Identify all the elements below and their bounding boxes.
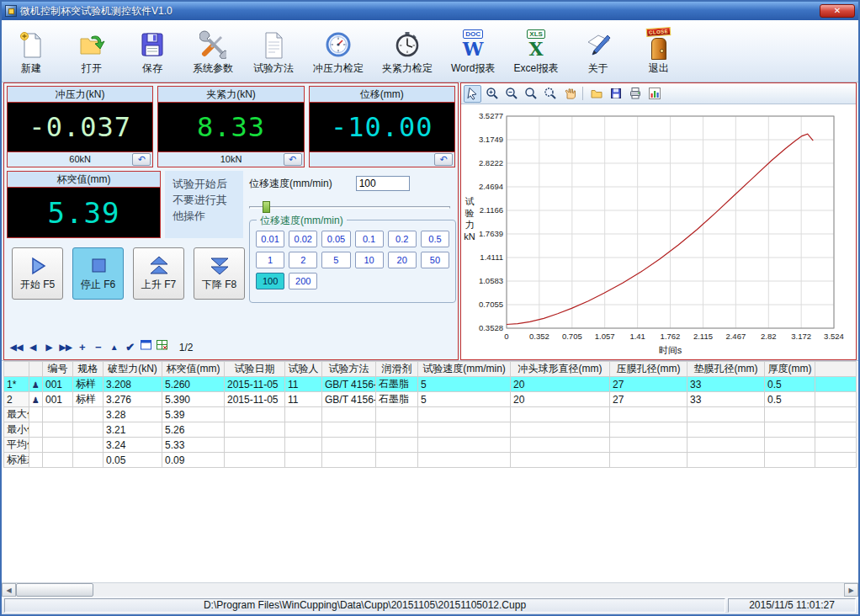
speed-option-200[interactable]: 200 <box>289 273 317 289</box>
speed-option-0.02[interactable]: 0.02 <box>289 231 317 247</box>
pan-hand-button[interactable] <box>560 85 578 103</box>
table-cell[interactable]: 5.390 <box>162 392 225 407</box>
horizontal-scrollbar[interactable]: ◀ ▶ <box>2 582 858 597</box>
results-table: 编号规格破型力(kN)杯突值(mm)试验日期试验人试验方法润滑剂试验速度(mm/… <box>3 361 857 468</box>
app-icon <box>5 5 17 17</box>
close-button[interactable]: ✕ <box>820 4 855 18</box>
table-row[interactable]: 2♟001标样3.2765.3902015-11-0511GB/T 4156-石… <box>4 392 857 407</box>
table-cell[interactable]: GB/T 4156- <box>322 392 376 407</box>
toolbar-label: 试验方法 <box>253 61 294 76</box>
table-cell[interactable]: 001 <box>43 392 73 407</box>
toolbar-clamp-calibration-button[interactable]: 夹紧力检定 <box>379 24 436 77</box>
table-cell[interactable]: 5.260 <box>162 377 225 392</box>
cupping-value-display: 杯突值(mm) 5.39 <box>7 171 161 238</box>
window-view-button[interactable] <box>139 340 154 355</box>
edit-record-button[interactable]: ▲ <box>107 340 122 355</box>
toolbar-exit-button[interactable]: CLOSE 退出 <box>634 24 683 77</box>
punch-zero-button[interactable]: ↶ <box>132 153 151 166</box>
speed-input[interactable] <box>356 176 410 191</box>
table-cell[interactable]: 0.5 <box>765 377 815 392</box>
table-cell[interactable]: 20 <box>511 377 610 392</box>
table-cell[interactable]: 11 <box>285 377 322 392</box>
zoom-reset-button[interactable] <box>541 85 559 103</box>
add-record-button[interactable]: + <box>75 340 90 355</box>
toolbar-new-button[interactable]: 新建 <box>7 24 56 77</box>
table-cell[interactable]: 11 <box>285 392 322 407</box>
table-cell[interactable]: 2015-11-05 <box>225 392 285 407</box>
clamp-zero-button[interactable]: ↶ <box>284 153 302 166</box>
svg-text:时间s: 时间s <box>659 345 682 355</box>
toolbar-word-report-button[interactable]: DOCW Word报表 <box>448 24 498 77</box>
toolbar-save-button[interactable]: 保存 <box>128 24 177 77</box>
next-record-button[interactable]: ▶ <box>41 340 56 355</box>
speed-option-5[interactable]: 5 <box>321 252 350 268</box>
displacement-zero-button[interactable]: ↶ <box>434 153 453 166</box>
speed-option-10[interactable]: 10 <box>355 252 384 268</box>
open-curve-button[interactable] <box>587 85 605 103</box>
zoom-out-button[interactable] <box>502 85 520 103</box>
speed-option-2[interactable]: 2 <box>289 252 317 268</box>
speed-option-0.01[interactable]: 0.01 <box>256 231 284 247</box>
zoom-window-button[interactable] <box>522 85 539 103</box>
up-button[interactable]: 上升 F7 <box>133 247 184 300</box>
new-document-icon <box>17 29 45 60</box>
table-cell[interactable]: GB/T 4156- <box>322 377 376 392</box>
speed-option-20[interactable]: 20 <box>388 252 417 268</box>
first-record-button[interactable]: ◀◀ <box>8 340 24 355</box>
speed-option-0.1[interactable]: 0.1 <box>355 231 384 247</box>
zoom-in-button[interactable] <box>483 85 501 103</box>
delete-record-button[interactable]: − <box>91 340 106 355</box>
table-cell[interactable]: 27 <box>610 392 687 407</box>
table-cell[interactable]: 石墨脂 <box>376 392 418 407</box>
speed-option-0.05[interactable]: 0.05 <box>321 231 350 247</box>
toolbar-excel-report-button[interactable]: XLSX Excel报表 <box>510 24 561 77</box>
operation-warning-text: 试验开始后不要进行其他操作 <box>165 171 243 238</box>
save-curve-button[interactable] <box>607 85 624 103</box>
scrollbar-thumb[interactable] <box>16 583 93 597</box>
table-cell[interactable]: 3.208 <box>104 377 162 392</box>
toolbar-test-method-button[interactable]: 试验方法 <box>249 24 298 77</box>
speed-option-0.2[interactable]: 0.2 <box>388 231 417 247</box>
cursor-select-button[interactable] <box>464 85 481 103</box>
last-record-button[interactable]: ▶▶ <box>57 340 73 355</box>
table-cell[interactable]: 33 <box>687 392 765 407</box>
confirm-record-button[interactable]: ✔ <box>123 340 138 355</box>
toolbar-punch-calibration-button[interactable]: 冲压力检定 <box>310 24 367 77</box>
speed-option-50[interactable]: 50 <box>421 252 449 268</box>
slider-thumb[interactable] <box>263 201 270 213</box>
table-cell[interactable]: 5 <box>418 392 511 407</box>
table-cell[interactable]: 标样 <box>73 377 104 392</box>
table-cell[interactable]: 2015-11-05 <box>225 377 285 392</box>
prev-record-button[interactable]: ◀ <box>25 340 40 355</box>
export-grid-button[interactable] <box>155 340 170 355</box>
export-chart-button[interactable] <box>645 85 663 103</box>
speed-option-0.5[interactable]: 0.5 <box>421 231 449 247</box>
toolbar-open-button[interactable]: 打开 <box>67 24 116 77</box>
stat-cell <box>610 453 687 468</box>
speed-option-1[interactable]: 1 <box>256 252 284 268</box>
toolbar-about-button[interactable]: 关于 <box>574 24 623 77</box>
table-cell[interactable]: 27 <box>610 377 687 392</box>
table-cell[interactable]: 33 <box>687 377 765 392</box>
table-cell[interactable]: 001 <box>43 377 73 392</box>
start-button[interactable]: 开始 F5 <box>12 247 63 300</box>
stat-cell <box>511 453 610 468</box>
table-cell[interactable]: 5 <box>418 377 511 392</box>
table-cell[interactable]: 石墨脂 <box>376 377 418 392</box>
down-button[interactable]: 下降 F8 <box>194 247 245 300</box>
chart-panel: 00.3520.7051.0571.411.7622.1152.4672.823… <box>460 82 857 360</box>
stat-cell: 3.21 <box>104 422 162 438</box>
table-row[interactable]: 1*♟001标样3.2085.2602015-11-0511GB/T 4156-… <box>4 377 857 392</box>
table-cell[interactable]: 20 <box>511 392 610 407</box>
scroll-right-button[interactable]: ▶ <box>844 583 858 597</box>
toolbar-system-params-button[interactable]: 系统参数 <box>188 24 237 77</box>
table-cell[interactable]: 3.276 <box>104 392 162 407</box>
stop-button[interactable]: 停止 F6 <box>72 247 124 300</box>
table-cell[interactable]: 标样 <box>73 392 104 407</box>
print-curve-button[interactable] <box>626 85 644 103</box>
speed-slider[interactable] <box>249 200 450 214</box>
speed-option-100[interactable]: 100 <box>256 273 284 289</box>
stat-cell <box>322 453 376 468</box>
scroll-left-button[interactable]: ◀ <box>2 583 16 597</box>
table-cell[interactable]: 0.5 <box>765 392 815 407</box>
